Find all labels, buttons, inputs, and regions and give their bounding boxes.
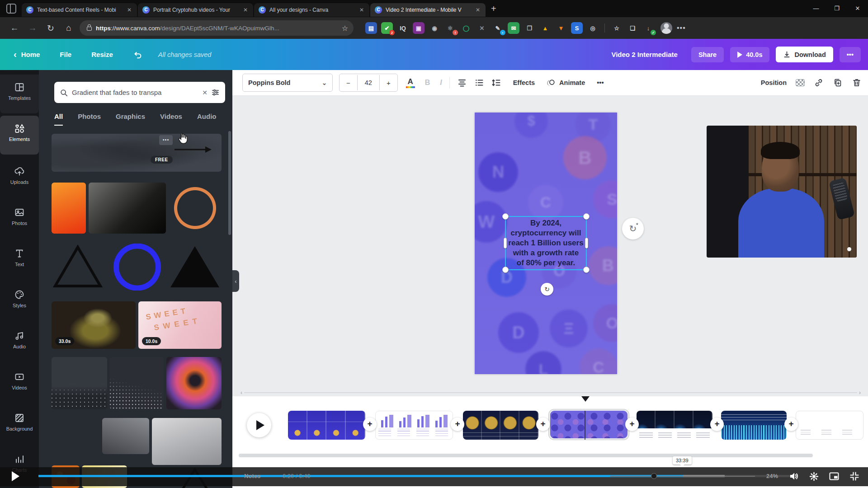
preview-duration-button[interactable]: 40.0s xyxy=(730,47,769,62)
timeline-clip-2[interactable] xyxy=(375,411,453,440)
tab-photos[interactable]: Photos xyxy=(78,113,101,126)
green-circle-extension-icon[interactable]: ◯ xyxy=(460,22,472,34)
browser-profile-avatar[interactable] xyxy=(660,22,672,34)
tab-close-icon[interactable]: ✕ xyxy=(359,7,365,13)
thumbnail-gray-gradient-1[interactable] xyxy=(102,418,149,454)
clear-search-icon[interactable]: ✕ xyxy=(198,89,211,96)
sidebar-item-videos[interactable]: Videos xyxy=(0,364,39,403)
share-button[interactable]: Share xyxy=(691,47,724,62)
sidebar-item-uploads[interactable]: Uploads xyxy=(0,159,39,197)
home-button[interactable]: ⌂ xyxy=(60,23,78,33)
timeline-play-button[interactable] xyxy=(247,413,271,437)
add-clip-button[interactable]: + xyxy=(536,418,550,431)
download-button[interactable]: Download xyxy=(776,47,833,62)
maximize-button[interactable]: ❐ xyxy=(826,0,847,17)
download-check-extension-icon[interactable]: ↓✓ xyxy=(642,22,654,34)
document-title[interactable]: Video 2 Intermediate xyxy=(611,51,677,58)
thumbnail-dark-speckle-2[interactable] xyxy=(110,357,164,409)
resize-handle-top-left[interactable] xyxy=(502,213,509,220)
resize-menu[interactable]: Resize xyxy=(91,51,113,58)
thumbnail-orange-ring[interactable] xyxy=(169,183,222,234)
horizontal-scrollbar[interactable]: ‹ › xyxy=(239,390,863,395)
back-button[interactable]: ← xyxy=(5,23,24,33)
collections-extension-icon[interactable]: ☆ xyxy=(611,22,623,34)
thumbnail-blue-ring[interactable] xyxy=(111,244,164,291)
settings-gear-icon[interactable] xyxy=(809,471,819,482)
resize-handle-bottom-left[interactable] xyxy=(502,267,509,273)
favorite-star-icon[interactable]: ☆ xyxy=(342,24,348,33)
transparency-icon[interactable] xyxy=(796,79,805,86)
forward-button[interactable]: → xyxy=(24,23,42,33)
home-menu[interactable]: Home xyxy=(21,51,40,58)
minimize-button[interactable]: — xyxy=(806,0,826,17)
text-color-button[interactable]: A xyxy=(406,78,415,88)
sidebar-item-background[interactable]: Background xyxy=(0,405,39,444)
thumbnail-more-button[interactable]: ••• xyxy=(159,135,173,145)
text-align-icon[interactable] xyxy=(457,78,467,88)
tab-videos[interactable]: Videos xyxy=(160,113,182,126)
stripe-extension-icon[interactable]: S xyxy=(571,22,583,34)
font-size-decrease-button[interactable]: − xyxy=(340,79,357,87)
sidebar-item-photos[interactable]: Photos xyxy=(0,200,39,239)
line-spacing-icon[interactable] xyxy=(491,78,501,88)
sidebar-item-templates[interactable]: Templates xyxy=(0,75,39,113)
search-input[interactable]: Gradient that fades to transpa ✕ xyxy=(54,82,225,103)
timeline-clip-4-selected[interactable] xyxy=(549,409,629,440)
animate-button[interactable]: Animate xyxy=(547,78,585,87)
pen-extension-icon[interactable]: ✎▪ xyxy=(492,22,504,34)
new-tab-button[interactable]: + xyxy=(491,4,496,14)
panel-scrollbar[interactable] xyxy=(228,131,231,235)
address-bar[interactable]: https ://www.canva.com /design/DAEpt5scG… xyxy=(80,20,354,36)
italic-button[interactable]: I xyxy=(440,79,442,87)
browser-tab-4-active[interactable]: C Video 2 Intermediate - Mobile V ✕ xyxy=(370,3,486,17)
duplicate-icon[interactable] xyxy=(833,78,843,88)
thumbnail-orange-gradient[interactable] xyxy=(52,183,86,234)
timeline-clip-1[interactable] xyxy=(288,411,365,440)
file-menu[interactable]: File xyxy=(60,51,71,58)
timeline-clip-7[interactable] xyxy=(796,411,863,440)
link-icon[interactable] xyxy=(814,78,824,88)
scroll-left-icon[interactable]: ‹ xyxy=(239,389,244,396)
font-family-dropdown[interactable]: Poppins Bold ⌄ xyxy=(242,74,333,92)
tab-close-icon[interactable]: ✕ xyxy=(126,7,132,13)
position-button[interactable]: Position xyxy=(761,79,787,86)
trash-icon[interactable] xyxy=(852,78,862,88)
tab-audio[interactable]: Audio xyxy=(197,113,217,126)
mail-extension-icon[interactable]: ✉ xyxy=(508,22,519,34)
thumbnail-video-plant[interactable]: 33.0s xyxy=(52,301,136,349)
copy-extension-icon[interactable]: ❐ xyxy=(524,22,535,34)
iq-extension-icon[interactable]: IQ xyxy=(397,22,409,34)
thumbnail-dark-speckle-1[interactable] xyxy=(52,357,107,409)
selected-text-element[interactable]: By 2024,cryptocurrency willreach 1 Billi… xyxy=(505,216,587,270)
bold-button[interactable]: B xyxy=(425,79,430,87)
browser-tab-2[interactable]: C Portrait Cryptohub videos - Your ✕ xyxy=(138,3,253,17)
undo-icon[interactable] xyxy=(133,50,143,60)
camera-extension-icon[interactable]: ◉ xyxy=(429,22,440,34)
thumbnail-gray-gradient-2[interactable] xyxy=(152,418,222,465)
notes-extension-icon[interactable]: ▤ xyxy=(365,22,377,34)
sidebar-item-elements[interactable]: Elements xyxy=(0,116,39,155)
rotate-handle[interactable]: ↻ xyxy=(541,283,553,296)
add-clip-button[interactable]: + xyxy=(363,418,377,431)
scroll-right-icon[interactable]: › xyxy=(857,389,863,396)
browser-tab-3[interactable]: C All your designs - Canva ✕ xyxy=(254,3,369,17)
resize-handle-left[interactable] xyxy=(504,238,507,249)
browser-menu-icon[interactable]: ••• xyxy=(677,24,686,32)
browser-tab-1[interactable]: C Text-based Content Reels - Mobi ✕ xyxy=(22,3,137,17)
sidebar-item-audio[interactable]: Audio xyxy=(0,323,39,362)
tab-close-icon[interactable]: ✕ xyxy=(242,7,249,13)
thumbnail-graphic-arrow[interactable] xyxy=(52,134,222,172)
timeline-clip-3[interactable] xyxy=(463,411,538,440)
close-button[interactable]: ✕ xyxy=(847,0,868,17)
x-extension-icon[interactable]: ✕ xyxy=(476,22,488,34)
add-clip-button[interactable]: + xyxy=(451,418,464,431)
webcam-overlay[interactable] xyxy=(707,126,857,258)
shield-check-extension-icon[interactable]: ✔2 xyxy=(381,22,393,34)
add-clip-button[interactable]: + xyxy=(625,418,639,431)
reload-button[interactable]: ↻ xyxy=(42,23,60,33)
tab-close-icon[interactable]: ✕ xyxy=(475,7,481,13)
copy-plus-extension-icon[interactable]: ❏ xyxy=(627,22,638,34)
timeline-clip-5[interactable] xyxy=(637,411,712,440)
resize-handle-top-right[interactable] xyxy=(583,213,590,220)
page-refresh-button[interactable]: ↻ ✦ xyxy=(622,218,644,239)
